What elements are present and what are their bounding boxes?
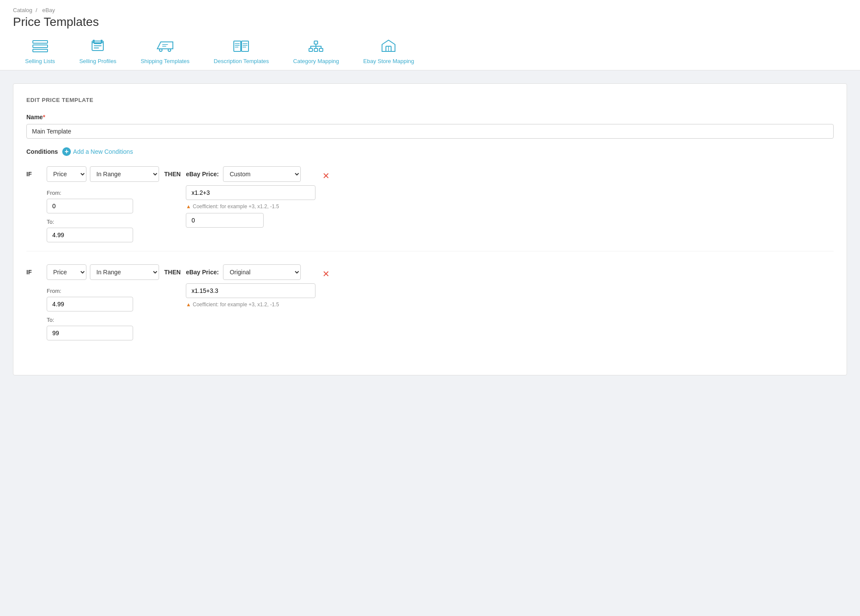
svg-rect-5 [101,40,102,42]
condition-selects-2: Price In Range Equal Greater Than Less T… [47,264,159,340]
then-group-2: eBay Price: Custom Original Fixed ▲ Coef… [186,264,315,308]
if-operator-select-1[interactable]: In Range Equal Greater Than Less Than [90,166,159,182]
ebay-price-label-1: eBay Price: [186,171,219,178]
svg-rect-4 [93,40,95,42]
condition-row-2: IF Price In Range Equal Greater Than Les… [26,264,834,349]
breadcrumb: Catalog / eBay [13,7,847,13]
svg-point-7 [168,49,171,51]
then-label-2: THEN [164,264,181,276]
tab-selling-profiles-label: Selling Profiles [79,58,116,64]
second-input-1[interactable] [186,213,264,228]
to-label-1: To: [47,219,159,225]
svg-rect-12 [314,48,318,51]
from-label-1: From: [47,190,159,196]
tab-category-mapping[interactable]: Category Mapping [281,36,351,70]
name-label: Name* [26,114,834,121]
coefficient-hint-text-1: Coefficient: for example +3, x1.2, -1.5 [193,203,279,210]
coefficient-input-1[interactable] [186,185,315,200]
tab-shipping-templates-label: Shipping Templates [140,58,189,64]
delete-condition-1[interactable]: ✕ [321,169,331,183]
svg-rect-2 [33,49,48,52]
ebay-price-label-2: eBay Price: [186,269,219,276]
name-input[interactable] [26,124,834,139]
breadcrumb-separator: / [35,7,37,13]
category-mapping-icon [308,40,324,55]
tab-ebay-store-mapping[interactable]: Ebay Store Mapping [351,35,427,70]
ebay-store-mapping-icon [381,39,396,55]
then-group-1: eBay Price: Custom Original Fixed ▲ Coef… [186,166,315,228]
coefficient-input-2[interactable] [186,283,315,298]
ebay-price-row-2: eBay Price: Custom Original Fixed [186,264,315,280]
condition-selects-1: Price In Range Equal Greater Than Less T… [47,166,159,242]
svg-point-6 [159,49,162,51]
svg-rect-1 [33,45,48,48]
tab-selling-lists[interactable]: Selling Lists [13,36,67,70]
if-label-2: IF [26,264,41,276]
warning-icon-2: ▲ [186,302,191,308]
tab-description-templates[interactable]: Description Templates [202,36,281,70]
add-condition-button[interactable]: + Add a New Conditions [62,147,133,156]
conditions-header: Conditions + Add a New Conditions [26,147,834,156]
breadcrumb-catalog[interactable]: Catalog [13,7,32,13]
from-label-2: From: [47,288,159,294]
breadcrumb-ebay: eBay [42,7,55,13]
nav-tabs: Selling Lists Selling Profiles [13,35,847,70]
tab-selling-lists-label: Selling Lists [25,58,55,64]
page-title: Price Templates [13,15,847,29]
warning-icon-1: ▲ [186,203,191,210]
ebay-price-row-1: eBay Price: Custom Original Fixed [186,166,315,182]
header: Catalog / eBay Price Templates Selling L… [0,0,860,70]
from-input-2[interactable] [47,297,133,311]
then-label-1: THEN [164,166,181,178]
description-templates-icon [233,40,249,55]
tab-shipping-templates[interactable]: Shipping Templates [128,36,201,70]
shipping-templates-icon [156,40,174,55]
selling-profiles-icon [91,39,104,55]
if-operator-select-2[interactable]: In Range Equal Greater Than Less Than [90,264,159,280]
delete-condition-2[interactable]: ✕ [321,267,331,281]
second-input-row-1 [186,213,315,228]
ebay-price-select-1[interactable]: Custom Original Fixed [223,166,301,182]
svg-rect-8 [234,41,241,51]
tab-ebay-store-mapping-label: Ebay Store Mapping [363,58,414,64]
to-input-1[interactable] [47,228,133,242]
tab-description-templates-label: Description Templates [214,58,269,64]
coefficient-hint-2: ▲ Coefficient: for example +3, x1.2, -1.… [186,302,315,308]
svg-rect-9 [242,41,248,51]
tab-selling-profiles[interactable]: Selling Profiles [67,35,128,70]
if-field-select-2[interactable]: Price [47,264,86,280]
tab-category-mapping-label: Category Mapping [293,58,339,64]
main-content: EDIT PRICE TEMPLATE Name* Conditions + A… [0,70,860,616]
coefficient-hint-text-2: Coefficient: for example +3, x1.2, -1.5 [193,302,279,308]
to-label-2: To: [47,317,159,323]
ebay-price-select-2[interactable]: Custom Original Fixed [223,264,301,280]
to-input-2[interactable] [47,326,133,340]
svg-rect-10 [314,41,318,44]
coefficient-hint-1: ▲ Coefficient: for example +3, x1.2, -1.… [186,203,315,210]
add-condition-label: Add a New Conditions [73,148,133,155]
name-field-group: Name* [26,114,834,139]
add-icon: + [62,147,71,156]
from-input-1[interactable] [47,199,133,213]
if-label-1: IF [26,166,41,178]
svg-rect-11 [309,48,312,51]
svg-rect-0 [33,41,48,43]
conditions-label: Conditions [26,148,58,155]
edit-price-template-card: EDIT PRICE TEMPLATE Name* Conditions + A… [13,83,847,375]
selling-lists-icon [32,40,48,55]
condition-row: IF Price In Range Equal Greater Than Les… [26,166,834,251]
if-field-select-1[interactable]: Price [47,166,86,182]
svg-rect-13 [319,48,323,51]
section-title: EDIT PRICE TEMPLATE [26,97,834,103]
